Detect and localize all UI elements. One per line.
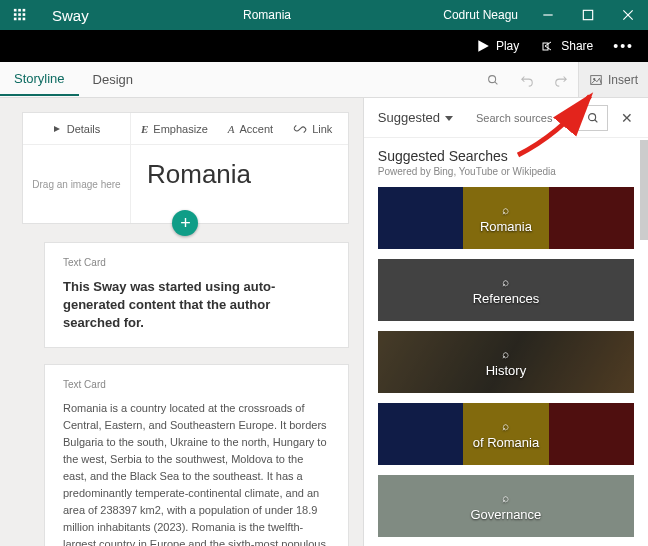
play-label: Play bbox=[496, 39, 519, 53]
details-toggle[interactable]: Details bbox=[23, 113, 131, 145]
details-label: Details bbox=[67, 123, 101, 135]
svg-rect-8 bbox=[23, 18, 26, 21]
more-options-button[interactable]: ••• bbox=[605, 32, 642, 60]
titlebar: Sway Romania Codrut Neagu bbox=[0, 0, 648, 30]
document-title: Romania bbox=[101, 8, 434, 22]
suggested-item-romania[interactable]: ⌕ Romania bbox=[378, 187, 634, 249]
redo-button[interactable] bbox=[544, 73, 578, 87]
search-icon: ⌕ bbox=[502, 203, 509, 217]
emphasize-label: Emphasize bbox=[153, 123, 207, 135]
svg-rect-3 bbox=[14, 13, 17, 16]
play-button[interactable]: Play bbox=[466, 33, 529, 59]
insert-pane: Suggested ✕ Suggested Searches Powered b… bbox=[363, 98, 648, 546]
suggested-label: References bbox=[473, 291, 539, 306]
search-icon: ⌕ bbox=[502, 347, 509, 361]
storyline-pane[interactable]: Details E Emphasize A Accent Link Drag a… bbox=[0, 98, 363, 546]
link-button[interactable]: Link bbox=[283, 113, 342, 145]
minimize-button[interactable] bbox=[528, 0, 568, 30]
search-icon: ⌕ bbox=[502, 275, 509, 289]
accent-button[interactable]: A Accent bbox=[218, 113, 283, 145]
suggested-title: Suggested Searches bbox=[378, 148, 634, 164]
suggested-label: of Romania bbox=[473, 435, 539, 450]
card-label: Text Card bbox=[63, 257, 330, 268]
suggested-label: Governance bbox=[471, 507, 542, 522]
share-label: Share bbox=[561, 39, 593, 53]
svg-marker-20 bbox=[445, 116, 453, 121]
action-bar: Play Share ••• bbox=[0, 30, 648, 62]
title-card-toolbar: Details E Emphasize A Accent Link bbox=[23, 113, 348, 145]
source-dropdown[interactable]: Suggested bbox=[372, 106, 460, 129]
svg-rect-2 bbox=[23, 9, 26, 12]
svg-rect-10 bbox=[583, 10, 592, 19]
tab-design[interactable]: Design bbox=[79, 64, 147, 95]
image-drop-zone[interactable]: Drag an image here bbox=[23, 145, 131, 223]
search-submit-button[interactable] bbox=[578, 105, 608, 131]
card-label: Text Card bbox=[63, 379, 330, 390]
close-window-button[interactable] bbox=[608, 0, 648, 30]
suggested-label: Romania bbox=[480, 219, 532, 234]
maximize-button[interactable] bbox=[568, 0, 608, 30]
svg-rect-0 bbox=[14, 9, 17, 12]
svg-point-21 bbox=[589, 113, 596, 120]
card-body[interactable]: This Sway was started using auto-generat… bbox=[63, 278, 330, 333]
svg-rect-1 bbox=[18, 9, 21, 12]
svg-marker-13 bbox=[478, 40, 489, 52]
add-card-button[interactable]: + bbox=[172, 210, 198, 236]
close-pane-button[interactable]: ✕ bbox=[614, 110, 640, 126]
svg-marker-19 bbox=[54, 126, 60, 132]
link-label: Link bbox=[312, 123, 332, 135]
user-name[interactable]: Codrut Neagu bbox=[433, 8, 528, 22]
search-icon: ⌕ bbox=[502, 491, 509, 505]
text-card[interactable]: Text Card Romania is a country located a… bbox=[44, 364, 349, 546]
app-launcher-button[interactable] bbox=[0, 0, 40, 30]
accent-label: Accent bbox=[240, 123, 274, 135]
dropdown-label: Suggested bbox=[378, 110, 440, 125]
suggested-item-governance[interactable]: ⌕ Governance bbox=[378, 475, 634, 537]
text-card[interactable]: Text Card This Sway was started using au… bbox=[44, 242, 349, 348]
title-card[interactable]: Details E Emphasize A Accent Link Drag a… bbox=[22, 112, 349, 224]
insert-label: Insert bbox=[608, 73, 638, 87]
tab-bar: Storyline Design Insert bbox=[0, 62, 648, 98]
suggested-item-of-romania[interactable]: ⌕ of Romania bbox=[378, 403, 634, 465]
search-icon: ⌕ bbox=[502, 419, 509, 433]
suggested-item-history[interactable]: ⌕ History bbox=[378, 331, 634, 393]
svg-rect-6 bbox=[14, 18, 17, 21]
search-input[interactable] bbox=[472, 108, 572, 128]
undo-button[interactable] bbox=[510, 73, 544, 87]
app-name: Sway bbox=[40, 7, 101, 24]
suggested-list: Suggested Searches Powered by Bing, YouT… bbox=[364, 138, 648, 546]
svg-point-15 bbox=[489, 75, 496, 82]
svg-line-16 bbox=[495, 81, 498, 84]
workspace: Details E Emphasize A Accent Link Drag a… bbox=[0, 98, 648, 546]
svg-line-22 bbox=[595, 119, 598, 122]
insert-pane-header: Suggested ✕ bbox=[364, 98, 648, 138]
tab-storyline[interactable]: Storyline bbox=[0, 63, 79, 96]
svg-rect-4 bbox=[18, 13, 21, 16]
title-text[interactable]: Romania bbox=[131, 145, 348, 223]
suggested-subtitle: Powered by Bing, YouTube or Wikipedia bbox=[378, 166, 634, 177]
scrollbar[interactable] bbox=[640, 140, 648, 240]
search-icon[interactable] bbox=[476, 73, 510, 87]
svg-rect-7 bbox=[18, 18, 21, 21]
card-body[interactable]: Romania is a country located at the cros… bbox=[63, 400, 330, 546]
svg-rect-5 bbox=[23, 13, 26, 16]
insert-button[interactable]: Insert bbox=[578, 62, 648, 97]
emphasize-button[interactable]: E Emphasize bbox=[131, 113, 218, 145]
suggested-item-references[interactable]: ⌕ References bbox=[378, 259, 634, 321]
suggested-label: History bbox=[486, 363, 526, 378]
share-button[interactable]: Share bbox=[531, 33, 603, 59]
